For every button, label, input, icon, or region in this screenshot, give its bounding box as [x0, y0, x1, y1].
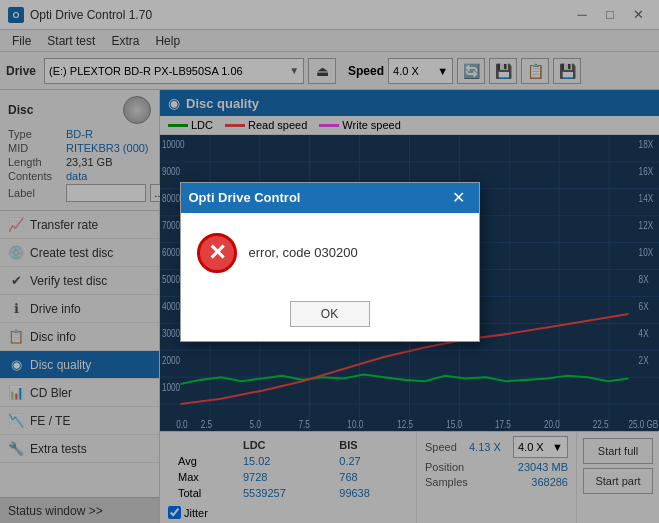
dialog-title-bar: Opti Drive Control ✕ — [181, 183, 479, 213]
dialog-footer: OK — [181, 293, 479, 341]
error-dialog: Opti Drive Control ✕ ✕ error, code 03020… — [180, 182, 480, 342]
error-icon: ✕ — [197, 233, 237, 273]
dialog-title: Opti Drive Control — [189, 190, 301, 205]
dialog-ok-button[interactable]: OK — [290, 301, 370, 327]
dialog-overlay: Opti Drive Control ✕ ✕ error, code 03020… — [0, 0, 659, 523]
dialog-close-button[interactable]: ✕ — [447, 186, 471, 210]
dialog-message: error, code 030200 — [249, 245, 358, 260]
dialog-body: ✕ error, code 030200 — [181, 213, 479, 293]
